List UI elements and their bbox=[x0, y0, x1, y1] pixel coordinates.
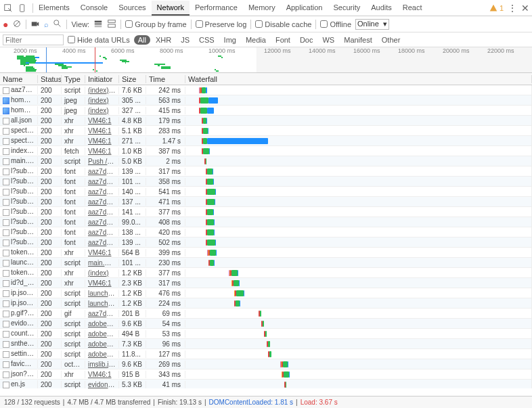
col-size[interactable]: Size bbox=[119, 75, 146, 83]
status-bar: 128 / 132 requests| 4.7 MB / 4.7 MB tran… bbox=[0, 396, 532, 408]
table-row[interactable]: l?subse...200fontaaz7dvd.j...139 ...502 … bbox=[0, 237, 532, 248]
col-name[interactable]: Name bbox=[0, 75, 38, 83]
tab-audits[interactable]: Audits bbox=[365, 1, 397, 16]
table-row[interactable]: index.io...200fetchVM46:11.0 KB387 ms bbox=[0, 146, 532, 156]
tab-network[interactable]: Network bbox=[152, 1, 190, 16]
overview-timeline[interactable]: 2000 ms4000 ms6000 ms8000 ms10000 ms 120… bbox=[0, 47, 532, 73]
request-table[interactable]: aaz7dv...200script(index):527.6 KB242 ms… bbox=[0, 85, 532, 388]
overview-icon[interactable] bbox=[107, 19, 116, 30]
svg-line-6 bbox=[58, 24, 61, 26]
filter-css[interactable]: CSS bbox=[195, 35, 219, 45]
table-row[interactable]: l?subse...200fontaaz7dvd.j...99.0...408 … bbox=[0, 217, 532, 227]
table-row[interactable]: l?subse...200fontaaz7dvd.j...141 ...377 … bbox=[0, 207, 532, 217]
file-icon bbox=[3, 199, 9, 206]
inspect-icon[interactable] bbox=[3, 3, 14, 14]
file-icon bbox=[3, 280, 9, 287]
table-row[interactable]: ip.json?...200scriptlaunch-EN...1.2 KB47… bbox=[0, 288, 532, 298]
svg-rect-9 bbox=[95, 25, 102, 27]
filter-xhr[interactable]: XHR bbox=[152, 35, 175, 45]
table-row[interactable]: en.js200scriptevidon-sit...5.3 KB41 ms bbox=[0, 380, 532, 388]
file-icon bbox=[3, 321, 9, 327]
record-icon[interactable]: ● bbox=[3, 20, 8, 29]
col-type[interactable]: Type bbox=[62, 75, 85, 83]
filter-input[interactable] bbox=[3, 35, 64, 45]
file-icon bbox=[3, 118, 9, 124]
filter-manifest[interactable]: Manifest bbox=[340, 35, 376, 45]
table-row[interactable]: favicon...200octe...imslib.js:2...9.6 KB… bbox=[0, 359, 532, 369]
type-filters: AllXHRJSCSSImgMediaFontDocWSManifestOthe… bbox=[134, 35, 405, 45]
file-icon bbox=[3, 371, 9, 378]
device-icon[interactable] bbox=[18, 3, 28, 14]
hide-data-urls-checkbox[interactable]: Hide data URLs bbox=[68, 36, 130, 44]
table-row[interactable]: json?m...200xhrVM46:1915 B343 ms bbox=[0, 369, 532, 380]
col-status[interactable]: Status bbox=[38, 75, 62, 83]
tab-elements[interactable]: Elements bbox=[33, 1, 75, 16]
filter-img[interactable]: Img bbox=[220, 35, 240, 45]
group-by-frame-checkbox[interactable]: Group by frame bbox=[125, 20, 186, 28]
status-requests: 128 / 132 requests bbox=[4, 399, 60, 406]
tab-application[interactable]: Application bbox=[281, 1, 328, 16]
close-icon[interactable]: ✕ bbox=[521, 3, 529, 14]
tab-security[interactable]: Security bbox=[328, 1, 365, 16]
table-row[interactable]: token?j...200xhr(index)1.2 KB377 ms bbox=[0, 268, 532, 278]
table-row[interactable]: all.json200xhrVM46:14.8 KB179 ms bbox=[0, 116, 532, 126]
camera-icon[interactable] bbox=[30, 19, 40, 30]
table-row[interactable]: l?subse...200fontaaz7dvd.j...101 ...358 … bbox=[0, 177, 532, 187]
table-row[interactable]: l?subse...200fontaaz7dvd.j...139 ...317 … bbox=[0, 166, 532, 177]
filter-js[interactable]: JS bbox=[177, 35, 194, 45]
offline-checkbox[interactable]: Offline bbox=[320, 20, 351, 28]
table-row[interactable]: l?subse...200fontaaz7dvd.j...137 ...471 … bbox=[0, 197, 532, 207]
clear-icon[interactable] bbox=[12, 19, 22, 30]
table-header: Name Status Type Initiator Size Time Wat… bbox=[0, 73, 532, 85]
table-row[interactable]: spectru...200xhrVM46:1271 ...1.47 s bbox=[0, 136, 532, 146]
table-row[interactable]: ip.json?...200scriptlaunch-EN...1.2 KB22… bbox=[0, 298, 532, 309]
table-row[interactable]: token?j...200xhrVM46:1564 B399 ms bbox=[0, 248, 532, 258]
col-time[interactable]: Time bbox=[146, 75, 185, 83]
file-icon bbox=[3, 290, 9, 297]
col-initiator[interactable]: Initiator bbox=[85, 75, 119, 83]
large-rows-icon[interactable] bbox=[93, 19, 103, 30]
table-row[interactable]: id?d_vi...200xhrVM46:12.3 KB317 ms bbox=[0, 278, 532, 288]
table-row[interactable]: launch-...200scriptmain.min.j...101 ...2… bbox=[0, 258, 532, 268]
table-row[interactable]: l?subse...200fontaaz7dvd.j...140 ...541 … bbox=[0, 187, 532, 197]
search-icon[interactable] bbox=[53, 19, 62, 30]
file-icon bbox=[3, 97, 9, 104]
table-row[interactable]: main.mi...200scriptPush / pu...5.0 KB2 m… bbox=[0, 156, 532, 166]
warnings-badge[interactable]: 1 bbox=[489, 3, 504, 13]
view-label: View: bbox=[71, 20, 89, 28]
file-icon bbox=[3, 179, 9, 185]
tab-console[interactable]: Console bbox=[75, 1, 113, 16]
preserve-log-checkbox[interactable]: Preserve log bbox=[196, 20, 247, 28]
tab-memory[interactable]: Memory bbox=[243, 1, 281, 16]
table-row[interactable]: snthem...200scriptadobe-glo...7.3 KB96 m… bbox=[0, 339, 532, 349]
table-row[interactable]: homep...200jpeg(index)305 ...563 ms bbox=[0, 95, 532, 106]
disable-cache-checkbox[interactable]: Disable cache bbox=[255, 20, 311, 28]
table-row[interactable]: p.gif?s=...200gifaaz7dvd.j...201 B69 ms bbox=[0, 309, 532, 319]
tab-sources[interactable]: Sources bbox=[113, 1, 151, 16]
table-row[interactable]: country.js200scriptadobe-glo...494 B53 m… bbox=[0, 329, 532, 339]
file-icon bbox=[3, 87, 9, 94]
table-row[interactable]: evidon-...200scriptadobe-glo...9.6 KB54 … bbox=[0, 319, 532, 329]
table-row[interactable]: settings.js200scriptadobe-glo...11.8...1… bbox=[0, 349, 532, 359]
filter-icon[interactable]: ⌕ bbox=[44, 20, 49, 28]
filter-font[interactable]: Font bbox=[271, 35, 294, 45]
table-row[interactable]: l?subse...200fontaaz7dvd.j...138 ...420 … bbox=[0, 227, 532, 237]
tab-react[interactable]: React bbox=[397, 1, 428, 16]
svg-rect-10 bbox=[108, 20, 116, 22]
table-row[interactable]: aaz7dv...200script(index):527.6 KB242 ms bbox=[0, 85, 532, 95]
filter-ws[interactable]: WS bbox=[318, 35, 338, 45]
throttle-select[interactable]: Online ▾ bbox=[355, 19, 389, 30]
status-transferred: 4.7 MB / 4.7 MB transferred bbox=[67, 399, 150, 406]
tab-performance[interactable]: Performance bbox=[190, 1, 243, 16]
file-icon bbox=[3, 168, 9, 175]
filter-media[interactable]: Media bbox=[242, 35, 270, 45]
col-waterfall[interactable]: Waterfall bbox=[185, 75, 532, 83]
table-row[interactable]: spectru...200xhrVM46:15.1 KB283 ms bbox=[0, 126, 532, 136]
more-icon[interactable]: ⋮ bbox=[508, 3, 517, 14]
file-icon bbox=[3, 138, 9, 145]
filter-doc[interactable]: Doc bbox=[296, 35, 317, 45]
filter-other[interactable]: Other bbox=[378, 35, 405, 45]
filter-all[interactable]: All bbox=[134, 35, 150, 45]
table-row[interactable]: homep...200jpeg(index)327 ...415 ms bbox=[0, 106, 532, 116]
file-icon bbox=[3, 250, 9, 256]
